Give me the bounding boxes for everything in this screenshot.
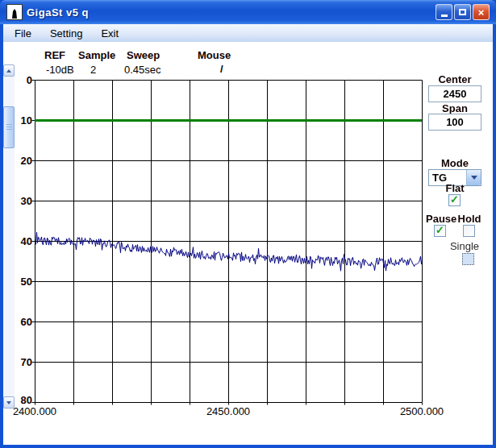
center-input[interactable] <box>428 85 481 102</box>
pause-label: Pause <box>426 213 455 225</box>
window-title: GigaSt v5 q <box>27 6 89 19</box>
minimize-icon <box>441 15 448 17</box>
sample-value: 2 <box>90 64 96 76</box>
span-label: Span <box>428 102 481 114</box>
x-tick-label: 2450.000 <box>206 405 250 417</box>
hold-checkbox[interactable] <box>463 225 475 237</box>
x-tick-label: 2400.000 <box>13 405 56 417</box>
center-label: Center <box>428 73 481 85</box>
menu-exit[interactable]: Exit <box>94 26 126 41</box>
y-tick-label: 30 <box>8 195 32 207</box>
mouse-value: / <box>220 63 223 75</box>
y-tick-label: 0 <box>8 74 32 86</box>
hold-label: Hold <box>456 213 483 225</box>
close-icon: × <box>478 7 485 18</box>
maximize-button[interactable] <box>454 4 471 20</box>
app-window: GigaSt v5 q × File Setting Exit REF -10d… <box>0 0 496 448</box>
title-bar[interactable]: GigaSt v5 q × <box>0 0 496 24</box>
y-tick-label: 10 <box>8 114 32 127</box>
close-button[interactable]: × <box>473 4 490 20</box>
checkmark-icon: ✓ <box>436 225 444 235</box>
flat-label: Flat <box>428 182 481 194</box>
menu-bar: File Setting Exit <box>3 24 493 42</box>
ref-value: -10dB <box>46 64 74 76</box>
menu-file[interactable]: File <box>7 26 39 41</box>
maximize-icon <box>459 9 466 15</box>
pause-checkbox[interactable]: ✓ <box>434 225 446 237</box>
single-checkbox[interactable] <box>462 253 474 265</box>
checkmark-icon: ✓ <box>450 194 459 205</box>
menu-setting[interactable]: Setting <box>43 26 90 41</box>
minimize-button[interactable] <box>436 4 452 20</box>
y-tick-label: 70 <box>8 356 32 368</box>
y-tick-label: 40 <box>8 235 32 247</box>
chevron-down-icon <box>471 176 477 180</box>
arrow-up-icon <box>6 69 11 73</box>
sweep-value: 0.45sec <box>124 64 161 76</box>
sample-label: Sample <box>78 49 115 61</box>
spectrum-peak-icon <box>9 8 20 19</box>
client-area <box>3 42 493 445</box>
y-tick-label: 60 <box>8 316 32 328</box>
x-tick-label: 2500.000 <box>400 405 444 417</box>
ref-label: REF <box>44 49 65 61</box>
mode-label: Mode <box>428 157 481 169</box>
y-tick-label: 50 <box>8 276 32 288</box>
y-tick-label: 20 <box>8 155 32 167</box>
flat-checkbox[interactable]: ✓ <box>448 194 461 206</box>
sweep-label: Sweep <box>127 49 160 61</box>
span-input[interactable] <box>428 114 481 131</box>
app-icon <box>6 4 23 20</box>
y-tick-label: 80 <box>8 394 32 406</box>
window-controls: × <box>436 4 490 20</box>
scrollbar-thumb[interactable] <box>3 106 15 148</box>
single-label: Single <box>446 240 483 252</box>
mouse-label: Mouse <box>198 49 231 61</box>
